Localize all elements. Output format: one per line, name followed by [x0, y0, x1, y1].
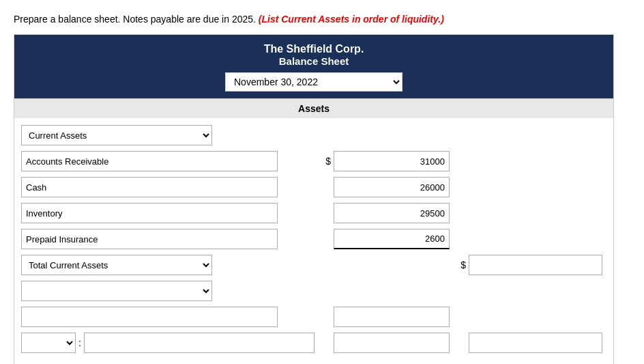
company-name: The Sheffield Corp.: [21, 43, 606, 55]
third-row: :: [21, 333, 602, 353]
accounts-receivable-row: $: [21, 151, 602, 171]
assets-section-label: Assets: [14, 98, 613, 118]
total-dollar-sign: $: [450, 260, 466, 270]
second-section-select[interactable]: [21, 281, 212, 301]
cash-amount[interactable]: [334, 177, 450, 197]
instruction-text: Prepare a balance sheet. Notes payable a…: [14, 14, 630, 25]
body-area: Current Assets $: [14, 118, 613, 364]
inventory-row: [21, 203, 602, 223]
inventory-input[interactable]: [21, 203, 278, 223]
sheet-header: The Sheffield Corp. Balance Sheet Novemb…: [14, 35, 613, 98]
colon-separator: :: [78, 337, 81, 348]
total-current-assets-row: Total Current Assets $: [21, 255, 602, 275]
dollar-sign-ar: $: [314, 156, 331, 167]
second-label-row: [21, 307, 602, 327]
inventory-amount[interactable]: [334, 203, 450, 223]
sheet-title: Balance Sheet: [21, 55, 606, 67]
second-section-row: [21, 281, 602, 301]
current-assets-row: Current Assets: [21, 125, 602, 145]
cash-input[interactable]: [21, 177, 278, 197]
current-assets-label-col: Current Assets: [21, 125, 314, 145]
current-assets-select[interactable]: Current Assets: [21, 125, 212, 145]
cash-row: [21, 177, 602, 197]
total-current-assets-select[interactable]: Total Current Assets: [21, 255, 212, 275]
second-label-input[interactable]: [21, 307, 278, 327]
row-desc-input[interactable]: [84, 333, 314, 353]
date-select[interactable]: November 30, 2022: [225, 72, 402, 92]
instruction-main: Prepare a balance sheet. Notes payable a…: [14, 14, 256, 25]
prepaid-insurance-amount[interactable]: [334, 229, 450, 249]
instruction-highlight: (List Current Assets in order of liquidi…: [259, 14, 444, 25]
second-amount-input[interactable]: [334, 307, 450, 327]
prepaid-insurance-input[interactable]: [21, 229, 278, 249]
third-amount-input[interactable]: [334, 333, 450, 353]
prepaid-insurance-row: [21, 229, 602, 249]
balance-sheet: The Sheffield Corp. Balance Sheet Novemb…: [14, 34, 614, 364]
accounts-receivable-input[interactable]: [21, 151, 278, 171]
total-current-assets-amount[interactable]: [469, 255, 602, 275]
accounts-receivable-amount[interactable]: [334, 151, 450, 171]
small-category-select[interactable]: [21, 333, 76, 353]
third-total-input[interactable]: [469, 333, 602, 353]
